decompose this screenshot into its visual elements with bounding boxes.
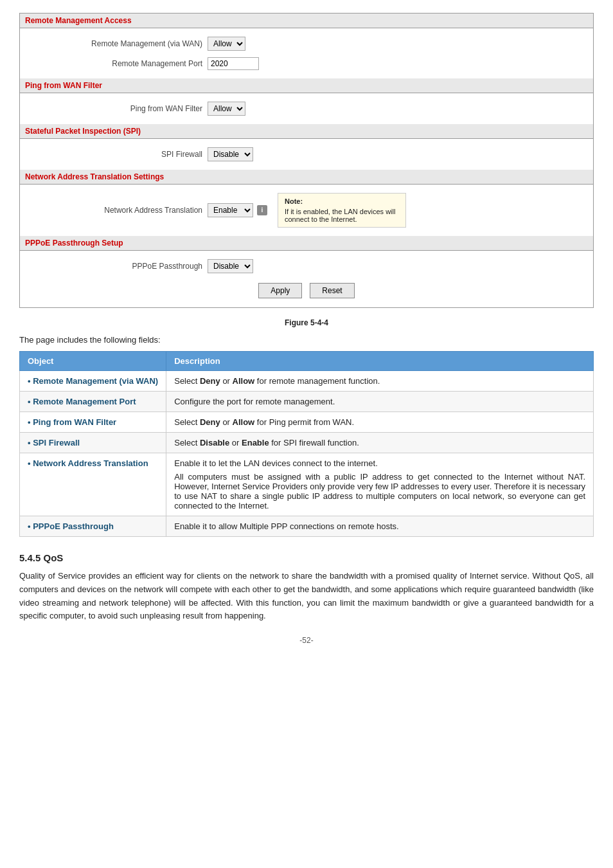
col-header-description: Description bbox=[166, 352, 594, 371]
section-body-remote-management: Remote Management (via WAN) Allow Deny R… bbox=[20, 28, 593, 78]
control-remote-mgmt-port bbox=[208, 57, 259, 70]
desc-spi: Select Disable or Enable for SPI firewal… bbox=[166, 433, 594, 453]
field-row-pppoe: PPPoE Passthrough Disable Enable bbox=[28, 256, 585, 276]
section-body-ping-wan: Ping from WAN Filter Allow Deny bbox=[20, 93, 593, 124]
obj-remote-mgmt-port: Remote Management Port bbox=[20, 392, 166, 412]
section-header-ping-wan: Ping from WAN Filter bbox=[20, 78, 593, 93]
desc-pppoe: Enable it to allow Multiple PPP connecti… bbox=[166, 516, 594, 537]
qos-title: 5.4.5 QoS bbox=[19, 552, 594, 563]
select-pppoe[interactable]: Disable Enable bbox=[208, 259, 253, 273]
bullet: Remote Management Port bbox=[28, 397, 136, 406]
button-row: Apply Reset bbox=[28, 276, 585, 302]
control-nat: Enable Disable i Note: If it is enabled,… bbox=[208, 193, 406, 228]
desc-remote-mgmt-port: Configure the port for remote management… bbox=[166, 392, 594, 412]
table-row: Remote Management Port Configure the por… bbox=[20, 392, 594, 412]
table-header-row: Object Description bbox=[20, 352, 594, 371]
field-row-remote-mgmt-wan: Remote Management (via WAN) Allow Deny bbox=[28, 33, 585, 54]
section-body-pppoe: PPPoE Passthrough Disable Enable Apply R… bbox=[20, 251, 593, 307]
page-number: -52- bbox=[19, 636, 594, 645]
config-panel: Remote Management Access Remote Manageme… bbox=[19, 13, 594, 308]
label-nat: Network Address Translation bbox=[28, 206, 208, 215]
section-header-remote-management: Remote Management Access bbox=[20, 14, 593, 28]
input-remote-mgmt-port[interactable] bbox=[208, 57, 259, 70]
note-text: If it is enabled, the LAN devices will c… bbox=[285, 208, 399, 223]
label-spi: SPI Firewall bbox=[28, 150, 208, 159]
section-body-nat: Network Address Translation Enable Disab… bbox=[20, 185, 593, 236]
bullet: Ping from WAN Filter bbox=[28, 417, 116, 427]
desc-remote-mgmt-wan: Select Deny or Allow for remote manageme… bbox=[166, 371, 594, 392]
section-header-nat: Network Address Translation Settings bbox=[20, 170, 593, 185]
table-row: Network Address Translation Enable it to… bbox=[20, 453, 594, 516]
select-spi[interactable]: Disable Enable bbox=[208, 147, 253, 161]
select-nat[interactable]: Enable Disable bbox=[208, 203, 253, 217]
obj-nat: Network Address Translation bbox=[20, 453, 166, 516]
table-row: Ping from WAN Filter Select Deny or Allo… bbox=[20, 412, 594, 433]
obj-remote-mgmt-wan: Remote Management (via WAN) bbox=[20, 371, 166, 392]
qos-body: Quality of Service provides an efficient… bbox=[19, 570, 594, 623]
control-pppoe: Disable Enable bbox=[208, 259, 253, 273]
col-header-object: Object bbox=[20, 352, 166, 371]
obj-pppoe: PPPoE Passthrough bbox=[20, 516, 166, 537]
description-table: Object Description Remote Management (vi… bbox=[19, 351, 594, 537]
section-header-spi: Stateful Packet Inspection (SPI) bbox=[20, 124, 593, 139]
table-row: Remote Management (via WAN) Select Deny … bbox=[20, 371, 594, 392]
desc-ping-wan: Select Deny or Allow for Ping permit fro… bbox=[166, 412, 594, 433]
control-ping-wan: Allow Deny bbox=[208, 102, 245, 116]
label-ping-wan: Ping from WAN Filter bbox=[28, 104, 208, 113]
bullet: Remote Management (via WAN) bbox=[28, 376, 158, 386]
bullet: PPPoE Passthrough bbox=[28, 521, 114, 531]
label-pppoe: PPPoE Passthrough bbox=[28, 262, 208, 271]
field-row-ping-wan: Ping from WAN Filter Allow Deny bbox=[28, 98, 585, 119]
field-row-spi: SPI Firewall Disable Enable bbox=[28, 144, 585, 165]
label-remote-mgmt-wan: Remote Management (via WAN) bbox=[28, 39, 208, 48]
info-icon-nat[interactable]: i bbox=[257, 205, 267, 215]
label-remote-mgmt-port: Remote Management Port bbox=[28, 59, 208, 68]
section-header-pppoe: PPPoE Passthrough Setup bbox=[20, 236, 593, 251]
intro-text: The page includes the following fields: bbox=[19, 335, 594, 345]
table-row: SPI Firewall Select Disable or Enable fo… bbox=[20, 433, 594, 453]
field-row-remote-mgmt-port: Remote Management Port bbox=[28, 54, 585, 73]
control-remote-mgmt-wan: Allow Deny bbox=[208, 37, 245, 51]
desc-nat: Enable it to let the LAN devices connect… bbox=[166, 453, 594, 516]
field-row-nat: Network Address Translation Enable Disab… bbox=[28, 190, 585, 231]
note-box-nat: Note: If it is enabled, the LAN devices … bbox=[278, 193, 406, 228]
bullet: SPI Firewall bbox=[28, 438, 80, 448]
table-row: PPPoE Passthrough Enable it to allow Mul… bbox=[20, 516, 594, 537]
bullet: Network Address Translation bbox=[28, 458, 148, 468]
figure-caption: Figure 5-4-4 bbox=[19, 318, 594, 327]
apply-button[interactable]: Apply bbox=[258, 283, 302, 298]
select-remote-mgmt-wan[interactable]: Allow Deny bbox=[208, 37, 245, 51]
obj-spi: SPI Firewall bbox=[20, 433, 166, 453]
select-ping-wan[interactable]: Allow Deny bbox=[208, 102, 245, 116]
obj-ping-wan: Ping from WAN Filter bbox=[20, 412, 166, 433]
note-title: Note: bbox=[285, 197, 399, 205]
section-body-spi: SPI Firewall Disable Enable bbox=[20, 139, 593, 170]
reset-button[interactable]: Reset bbox=[310, 283, 354, 298]
control-spi: Disable Enable bbox=[208, 147, 253, 161]
